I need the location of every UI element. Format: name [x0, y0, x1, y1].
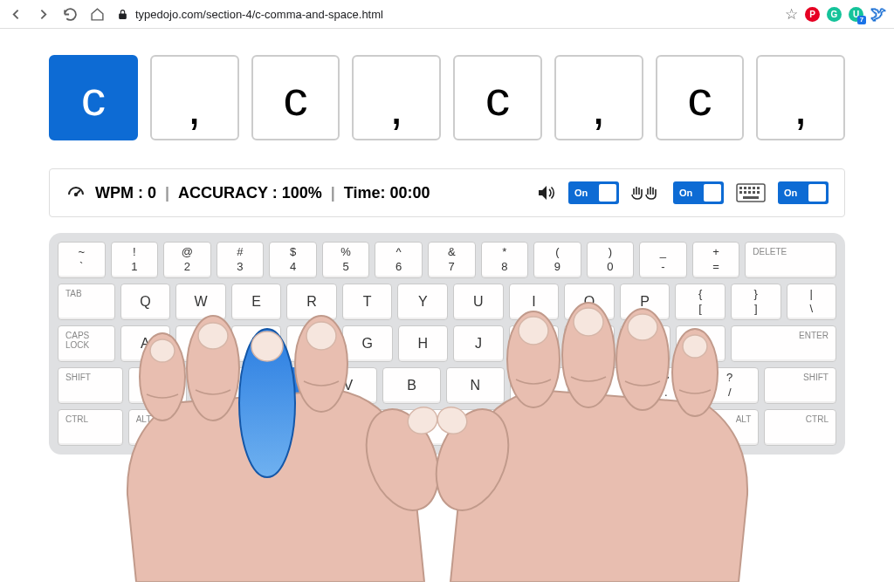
key-i[interactable]: I [509, 284, 560, 320]
key-b[interactable]: B [382, 367, 441, 404]
svg-rect-5 [748, 187, 751, 189]
key-][interactable]: }] [731, 284, 781, 320]
key-v[interactable]: V [319, 367, 377, 404]
key-r[interactable]: R [286, 284, 337, 320]
key-'[interactable]: "' [676, 325, 726, 362]
key-p[interactable]: P [620, 284, 670, 320]
svg-rect-11 [753, 191, 755, 194]
key-x[interactable]: X [192, 367, 251, 404]
keyboard-icon [736, 183, 766, 202]
key-n[interactable]: N [446, 367, 505, 404]
svg-rect-6 [753, 187, 755, 189]
url-text[interactable]: typedojo.com/section-4/c-comma-and-space… [135, 8, 383, 21]
key-shift-left[interactable]: SHIFT [58, 367, 123, 404]
key-\[interactable]: |\ [787, 284, 837, 320]
key-f[interactable]: F [286, 325, 337, 362]
key-7[interactable]: &7 [428, 242, 476, 278]
key-o[interactable]: O [564, 284, 615, 320]
key-a[interactable]: A [120, 325, 171, 362]
key-enter[interactable]: ENTER [731, 325, 836, 362]
bookmark-star-icon[interactable]: ☆ [785, 5, 798, 24]
stats-bar: WPM : 0 | ACCURACY : 100% | Time: 00:00 … [49, 168, 845, 217]
grammarly-icon[interactable]: G [827, 7, 842, 22]
key-capslock[interactable]: CAPS LOCK [58, 325, 115, 362]
svg-rect-9 [744, 191, 746, 194]
key-alt-right[interactable]: ALT [687, 409, 760, 446]
key-4[interactable]: $4 [269, 242, 317, 278]
key-3[interactable]: #3 [217, 242, 265, 278]
sound-toggle[interactable]: On [568, 181, 619, 204]
key-cmd-right[interactable]: CMD [601, 409, 681, 446]
sound-icon [535, 182, 556, 203]
key-l[interactable]: L [564, 325, 615, 362]
key-5[interactable]: %5 [322, 242, 370, 278]
svg-rect-8 [739, 191, 742, 194]
key-u[interactable]: U [453, 284, 504, 320]
hands-toggle[interactable]: On [673, 181, 724, 204]
key-alt-left[interactable]: ALT [128, 409, 194, 446]
char-tile: c [656, 55, 745, 140]
key-h[interactable]: H [398, 325, 449, 362]
key-ctrl-right[interactable]: CTRL [764, 409, 836, 446]
key-s[interactable]: S [175, 325, 226, 362]
key-cmd-left[interactable]: CMD [198, 409, 272, 446]
key-t[interactable]: T [342, 284, 393, 320]
key-8[interactable]: *8 [481, 242, 529, 278]
key-k[interactable]: K [509, 325, 560, 362]
back-icon[interactable] [9, 7, 24, 22]
extension-icons: ☆ P G U7 🕊 [785, 5, 885, 24]
key-y[interactable]: Y [397, 284, 448, 320]
key-1[interactable]: !1 [111, 242, 159, 278]
svg-point-1 [75, 194, 77, 195]
key-ctrl-left[interactable]: CTRL [58, 409, 123, 446]
svg-rect-10 [748, 191, 751, 194]
key-z[interactable]: Z [128, 367, 187, 404]
pinterest-icon[interactable]: P [805, 7, 820, 22]
key-j[interactable]: J [453, 325, 504, 362]
key-shift-right[interactable]: SHIFT [764, 367, 836, 404]
key--[interactable]: _- [639, 242, 687, 278]
ext-icon-g2[interactable]: U7 [849, 7, 863, 22]
key-=[interactable]: += [692, 242, 740, 278]
browser-toolbar: typedojo.com/section-4/c-comma-and-space… [0, 0, 894, 29]
character-sequence: c , c , c , c , [49, 55, 845, 140]
key-g[interactable]: G [342, 325, 393, 362]
home-icon[interactable] [90, 7, 105, 22]
svg-rect-12 [757, 191, 760, 194]
ext-icon-bird[interactable]: 🕊 [870, 7, 885, 22]
reload-icon[interactable] [63, 7, 78, 22]
time-stat: Time: 00:00 [344, 184, 430, 202]
key-w[interactable]: W [175, 284, 226, 320]
key-`[interactable]: ~` [58, 242, 106, 278]
keyboard-toggle[interactable]: On [778, 181, 829, 204]
virtual-keyboard: ~`!1@2#3$4%5^6&7*8(9)0_-+=DELETE TABQWER… [49, 233, 845, 455]
key-,[interactable]: <, [574, 367, 632, 404]
key-m[interactable]: M [510, 367, 568, 404]
wpm-stat: WPM : 0 [95, 184, 156, 202]
key-q[interactable]: Q [120, 284, 171, 320]
key-2[interactable]: @2 [163, 242, 211, 278]
key-;[interactable]: :; [620, 325, 670, 362]
key-6[interactable]: ^6 [375, 242, 423, 278]
key-space[interactable] [278, 409, 595, 446]
key-d[interactable]: D [231, 325, 282, 362]
key-9[interactable]: (9 [533, 242, 581, 278]
key-0[interactable]: )0 [587, 242, 635, 278]
hands-icon [631, 182, 661, 203]
forward-icon[interactable] [36, 7, 51, 22]
key-[[interactable]: {[ [675, 284, 726, 320]
key-.[interactable]: >. [636, 367, 695, 404]
key-c[interactable]: C [255, 367, 313, 404]
key-tab[interactable]: TAB [58, 284, 115, 320]
accuracy-stat: ACCURACY : 100% [178, 184, 322, 202]
svg-rect-7 [757, 187, 760, 189]
speedometer-icon [65, 182, 86, 203]
key-e[interactable]: E [231, 284, 282, 320]
lock-icon [117, 9, 128, 20]
key-delete[interactable]: DELETE [745, 242, 836, 278]
char-tile: c [49, 55, 138, 140]
char-tile: , [554, 55, 643, 140]
svg-rect-3 [739, 187, 742, 189]
char-tile: , [756, 55, 845, 140]
key-/[interactable]: ?/ [700, 367, 759, 404]
